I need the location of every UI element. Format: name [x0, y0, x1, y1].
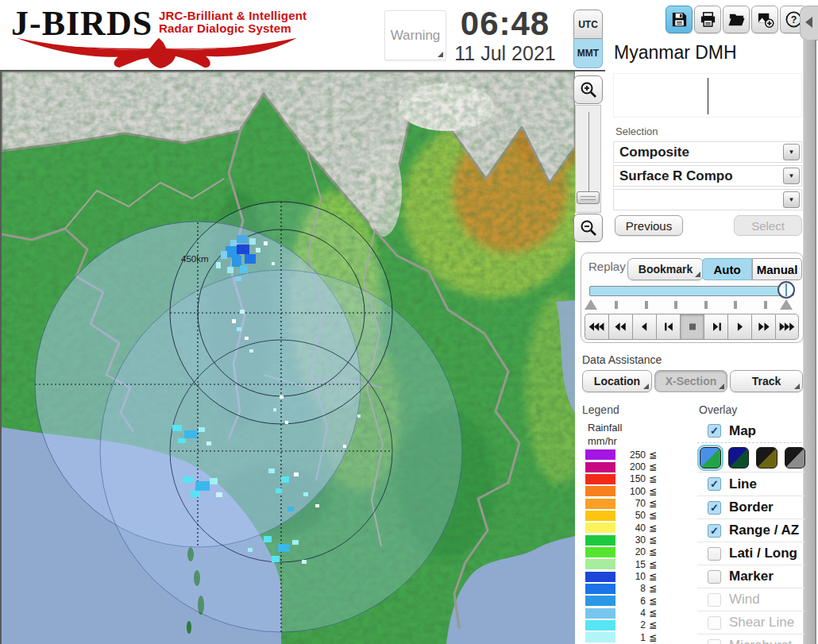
overlay-item-border[interactable]: ✓Border: [697, 496, 805, 519]
legend-value: 6: [615, 596, 646, 607]
slider-tick: [734, 301, 737, 309]
legend-color-swatch: [585, 535, 615, 546]
step-forward-button[interactable]: [704, 314, 727, 340]
overlay-item-label: Map: [729, 423, 756, 439]
replay-range-end-marker[interactable]: [780, 299, 793, 310]
legend-color-swatch: [585, 462, 615, 472]
replay-section-label: Replay: [588, 260, 626, 273]
overlay-item-map[interactable]: ✓Map: [697, 419, 805, 442]
track-button[interactable]: Track: [730, 370, 803, 392]
radar-map-viewport[interactable]: 450km: [0, 71, 575, 644]
chevron-down-icon[interactable]: ▼: [783, 191, 800, 208]
bookmark-label: Bookmark: [639, 263, 693, 276]
replay-slider-track[interactable]: [589, 286, 794, 296]
playback-controls: [585, 314, 799, 340]
timezone-mmt-button[interactable]: MMT: [573, 39, 603, 68]
legend-lte-symbol: ≦: [649, 534, 657, 546]
map-style-swatch-4[interactable]: [785, 447, 806, 469]
panel-scrollbar-edge: [815, 40, 816, 644]
legend-lte-symbol: ≦: [649, 571, 657, 582]
image-add-button[interactable]: [751, 6, 778, 33]
timezone-utc-button[interactable]: UTC: [573, 10, 603, 39]
step-back-button[interactable]: [656, 314, 680, 340]
zoom-slider-track[interactable]: [575, 105, 601, 213]
legend-row: 150≦: [585, 473, 674, 485]
save-button[interactable]: [666, 6, 693, 33]
rewind-fast-button[interactable]: [585, 314, 608, 340]
stop-button[interactable]: [680, 314, 704, 340]
overlay-item-microburst[interactable]: Microburst: [697, 634, 805, 644]
overlay-item-label: Marker: [729, 569, 774, 584]
legend-value: 150: [615, 473, 646, 484]
selection-dropdown-2[interactable]: Surface R Compo▼: [613, 165, 802, 187]
overlay-item-line[interactable]: ✓Line: [697, 472, 805, 496]
previous-button[interactable]: Previous: [615, 215, 683, 236]
slider-tick: [674, 301, 677, 309]
legend-value: 10: [615, 571, 646, 582]
legend-row: 4≦: [585, 607, 674, 619]
overlay-item-marker[interactable]: Marker: [697, 565, 805, 588]
select-button[interactable]: Select: [734, 215, 802, 236]
map-style-swatch-2[interactable]: [728, 447, 750, 469]
replay-mode-auto-button[interactable]: Auto: [702, 258, 752, 280]
warning-button[interactable]: Warning: [384, 10, 446, 60]
overlay-item-range-az[interactable]: ✓Range / AZ: [697, 519, 805, 542]
legend-row: 20≦: [585, 546, 674, 558]
legend-value: 1: [615, 632, 646, 643]
replay-slider-handle[interactable]: [777, 281, 795, 299]
zoom-slider-groove: [588, 112, 589, 201]
previous-label: Previous: [626, 219, 672, 233]
legend-color-swatch: [585, 547, 615, 557]
legend-unit: Rainfall mm/hr: [588, 421, 622, 448]
replay-range-start-marker[interactable]: [585, 299, 597, 310]
overlay-item-label: Border: [729, 499, 774, 515]
zoom-out-button[interactable]: [573, 214, 603, 242]
forward-fast-button[interactable]: [775, 314, 799, 340]
rewind-fast-icon: [588, 321, 607, 333]
replay-mode-manual-button[interactable]: Manual: [752, 258, 802, 280]
legend-row: 8≦: [585, 583, 674, 595]
legend-value: 20: [615, 546, 646, 557]
location-button[interactable]: Location: [582, 370, 652, 392]
zoom-in-button[interactable]: [573, 75, 603, 104]
x-section-button[interactable]: X-Section: [654, 370, 727, 392]
play-button[interactable]: [727, 314, 751, 340]
map-style-swatch-3[interactable]: [756, 447, 777, 469]
radar-map[interactable]: 450km: [2, 71, 575, 644]
chevron-down-icon[interactable]: ▼: [783, 168, 800, 184]
legend-value: 30: [615, 534, 646, 546]
range-az-checkbox[interactable]: ✓: [708, 524, 721, 538]
legend-row: 70≦: [585, 497, 674, 509]
map-style-swatch-1[interactable]: [700, 447, 721, 469]
legend-value: 8: [615, 583, 646, 594]
microburst-checkbox: [708, 639, 721, 644]
replay-panel: Replay Bookmark AutoManual: [581, 253, 804, 343]
rewind-button[interactable]: [608, 314, 632, 340]
legend-lte-symbol: ≦: [649, 473, 657, 484]
forward-button[interactable]: [751, 314, 775, 340]
overlay-item-lati-long[interactable]: Lati / Long: [697, 542, 805, 565]
magnifier-plus-icon: [579, 80, 598, 99]
play-reverse-button[interactable]: [632, 314, 656, 340]
overlay-section-label: Overlay: [699, 403, 737, 416]
legend-unit-line2: mm/hr: [588, 434, 622, 448]
lati-long-checkbox[interactable]: [708, 547, 721, 561]
bookmark-button[interactable]: Bookmark: [627, 258, 704, 280]
line-checkbox[interactable]: ✓: [708, 477, 721, 491]
panel-collapse-tab[interactable]: [800, 6, 818, 40]
zoom-slider-thumb[interactable]: [577, 191, 600, 204]
overlay-item-shear-line[interactable]: Shear Line: [697, 611, 805, 634]
border-checkbox[interactable]: ✓: [708, 501, 721, 515]
overlay-item-wind[interactable]: Wind: [697, 588, 805, 611]
chevron-down-icon[interactable]: ▼: [783, 144, 800, 160]
overlay-item-label: Line: [729, 476, 757, 492]
map-checkbox[interactable]: ✓: [708, 424, 721, 438]
selection-dropdown-1[interactable]: Composite▼: [613, 141, 802, 163]
legend-value: 70: [615, 498, 646, 509]
marker-checkbox[interactable]: [708, 570, 721, 584]
legend-lte-symbol: ≦: [649, 449, 657, 461]
collapse-left-arrow-icon: [805, 17, 812, 28]
selection-dropdown-3[interactable]: ▼: [613, 189, 802, 210]
print-button[interactable]: [694, 6, 721, 33]
folder-open-button[interactable]: [723, 6, 750, 33]
